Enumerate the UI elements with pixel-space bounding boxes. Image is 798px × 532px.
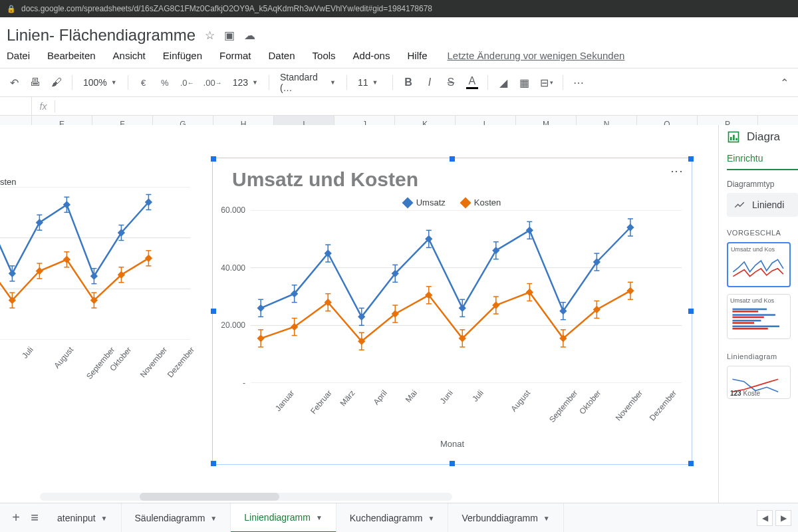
strikethrough-button[interactable]: S bbox=[442, 73, 460, 92]
chart-xtick: Juli bbox=[21, 345, 35, 360]
chart-ytick: - bbox=[243, 378, 245, 388]
chart-xtick: Mai bbox=[404, 388, 419, 404]
menu-datei[interactable]: Datei bbox=[7, 50, 30, 61]
resize-handle[interactable] bbox=[450, 461, 455, 466]
url-text: docs.google.com/spreadsheets/d/16sZAG8C1… bbox=[21, 4, 432, 13]
svg-rect-202 bbox=[733, 135, 735, 140]
chart-editor-icon bbox=[727, 130, 740, 144]
star-icon[interactable]: ☆ bbox=[205, 29, 215, 43]
number-format-select[interactable]: 123▼ bbox=[229, 77, 262, 88]
svg-rect-204 bbox=[732, 309, 767, 311]
resize-handle[interactable] bbox=[688, 309, 694, 314]
chart-suggestion-line[interactable]: Umsatz und Kos bbox=[727, 242, 791, 287]
chart-xtick: März bbox=[338, 388, 357, 408]
paint-format-icon[interactable]: 🖌 bbox=[48, 73, 65, 92]
last-edit-link[interactable]: Letzte Änderung vor wenigen Sekunden bbox=[447, 50, 624, 61]
chart-menu-icon[interactable]: ⋮ bbox=[671, 166, 683, 177]
legend-marker-umsatz bbox=[402, 197, 413, 208]
fill-color-button[interactable]: ◢ bbox=[495, 73, 512, 92]
chart-xtick: Januar bbox=[273, 388, 296, 413]
font-size-select[interactable]: 11▼ bbox=[354, 77, 386, 88]
resize-handle[interactable] bbox=[450, 156, 455, 162]
move-folder-icon[interactable]: ▣ bbox=[224, 29, 235, 43]
sheet-canvas[interactable]: sten JuliAugustSeptemberOktoberNovemberD… bbox=[0, 125, 718, 503]
scrollbar-thumb[interactable] bbox=[140, 493, 279, 501]
currency-button[interactable]: € bbox=[135, 73, 152, 92]
italic-button[interactable]: I bbox=[421, 73, 438, 92]
tab-scroll-right[interactable]: ▶ bbox=[775, 510, 791, 526]
chart-xtick: Oktober bbox=[577, 388, 602, 416]
chart-editor-title: Diagra bbox=[747, 130, 780, 144]
resize-handle[interactable] bbox=[211, 461, 216, 466]
percent-button[interactable]: % bbox=[156, 73, 174, 92]
sheet-tab[interactable]: Liniendiagramm▼ bbox=[231, 503, 336, 532]
browser-url-bar: 🔒 docs.google.com/spreadsheets/d/16sZAG8… bbox=[0, 0, 798, 17]
more-toolbar-button[interactable]: ⋯ bbox=[570, 73, 587, 92]
sheet-tab[interactable]: Kuchendiagramm▼ bbox=[336, 503, 449, 532]
undo-icon[interactable]: ↶ bbox=[5, 73, 23, 92]
all-sheets-button[interactable]: ≡ bbox=[25, 510, 44, 525]
menu-bearbeiten[interactable]: Bearbeiten bbox=[47, 50, 96, 61]
svg-rect-203 bbox=[735, 138, 737, 140]
decrease-decimal-button[interactable]: .0← bbox=[178, 73, 197, 92]
zoom-select[interactable]: 100%▼ bbox=[79, 77, 121, 88]
chart-main[interactable]: ⋮ Umsatz und Kosten Umsatz Kosten -20.00… bbox=[213, 158, 692, 464]
chart-type-select[interactable]: Liniendi bbox=[727, 193, 798, 217]
sheet-tab[interactable]: Säulendiagramm▼ bbox=[122, 503, 231, 532]
text-color-button[interactable]: A bbox=[464, 73, 481, 92]
tab-setup[interactable]: Einrichtu bbox=[727, 153, 798, 170]
menu-tools[interactable]: Tools bbox=[313, 50, 336, 61]
chart-xtick: April bbox=[371, 388, 388, 406]
resize-handle[interactable] bbox=[211, 156, 216, 162]
font-select[interactable]: Standard (…▼ bbox=[276, 72, 340, 93]
menu-einfuegen[interactable]: Einfügen bbox=[163, 50, 202, 61]
chart-left-partial[interactable]: sten JuliAugustSeptemberOktoberNovemberD… bbox=[0, 158, 200, 424]
menu-ansicht[interactable]: Ansicht bbox=[113, 50, 146, 61]
menu-bar: Datei Bearbeiten Ansicht Einfügen Format… bbox=[0, 47, 798, 68]
chart-xtick: November bbox=[614, 388, 644, 422]
menu-addons[interactable]: Add-ons bbox=[353, 50, 390, 61]
menu-hilfe[interactable]: Hilfe bbox=[407, 50, 427, 61]
print-icon[interactable]: 🖶 bbox=[27, 73, 44, 92]
chart-xtick: Juli bbox=[471, 388, 485, 404]
menu-daten[interactable]: Daten bbox=[269, 50, 295, 61]
borders-button[interactable]: ▦ bbox=[516, 73, 533, 92]
chart-xtick: Februar bbox=[309, 388, 334, 416]
merge-cells-button[interactable]: ⊟▾ bbox=[537, 73, 556, 92]
chart-xtick: Juni bbox=[438, 388, 455, 406]
chart-ytick: 60.000 bbox=[221, 205, 245, 215]
chart-ytick: 40.000 bbox=[221, 263, 245, 273]
resize-handle[interactable] bbox=[211, 309, 216, 314]
chart-xtick: Dezember bbox=[648, 388, 678, 422]
chart-plot-area: -20.00040.00060.000 bbox=[251, 210, 682, 383]
legend-marker-kosten bbox=[460, 197, 471, 208]
chart-xtick: September bbox=[547, 388, 579, 424]
cloud-saved-icon[interactable]: ☁ bbox=[244, 29, 255, 43]
menu-format[interactable]: Format bbox=[219, 50, 251, 61]
tab-scroll-left[interactable]: ◀ bbox=[757, 510, 773, 526]
lock-icon: 🔒 bbox=[7, 5, 16, 13]
chart-suggestion-bar[interactable]: Umsatz und Kos bbox=[727, 294, 791, 339]
legend-label: Kosten bbox=[474, 198, 501, 207]
name-box[interactable] bbox=[0, 97, 32, 115]
chart-type-label: Diagrammtyp bbox=[727, 180, 798, 189]
formula-input[interactable] bbox=[55, 97, 798, 115]
sheet-tab[interactable]: Verbunddiagramm▼ bbox=[448, 503, 563, 532]
collapse-toolbar-button[interactable]: ⌃ bbox=[775, 73, 793, 92]
svg-rect-206 bbox=[732, 314, 775, 316]
resize-handle[interactable] bbox=[688, 156, 694, 162]
horizontal-scrollbar[interactable] bbox=[40, 493, 452, 501]
chart-ytick: 20.000 bbox=[221, 321, 245, 330]
increase-decimal-button[interactable]: .00→ bbox=[201, 73, 225, 92]
sheet-tabs-bar: + ≡ ateninput▼Säulendiagramm▼Liniendiagr… bbox=[0, 503, 798, 532]
sheet-tab[interactable]: ateninput▼ bbox=[44, 503, 122, 532]
chart-suggestion-line2[interactable]: 123 Koste bbox=[727, 366, 791, 399]
toolbar: ↶ ↷ 🖶 🖌 100%▼ € % .0← .00→ 123▼ Standard… bbox=[0, 68, 798, 97]
line-chart-icon bbox=[733, 199, 745, 211]
document-title[interactable]: Linien- Flächendiagramme bbox=[7, 26, 196, 45]
chart-xtick: Dezember bbox=[166, 345, 196, 379]
add-sheet-button[interactable]: + bbox=[7, 510, 25, 525]
bold-button[interactable]: B bbox=[400, 73, 417, 92]
resize-handle[interactable] bbox=[688, 461, 694, 466]
suggested-section-label: VORGESCHLA bbox=[727, 229, 798, 237]
